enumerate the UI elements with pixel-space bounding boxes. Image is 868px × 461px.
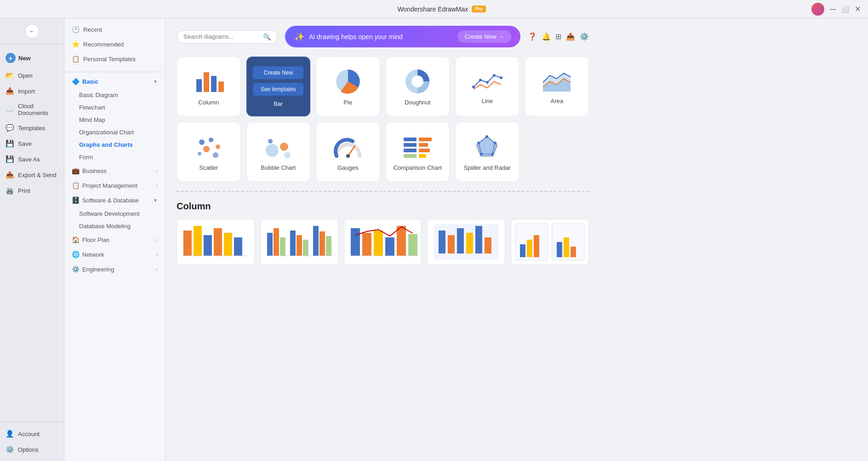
floor-plan-chevron: › <box>156 237 158 242</box>
notification-icon[interactable]: 🔔 <box>542 32 551 41</box>
sidebar-item-open[interactable]: 📂 Open <box>0 68 64 83</box>
category-software[interactable]: 🗄️ Software & Database ▼ <box>64 193 165 207</box>
create-new-button[interactable]: Create New <box>253 66 303 79</box>
ai-banner-button[interactable]: Create Now → <box>457 30 511 43</box>
search-input[interactable] <box>183 33 263 40</box>
chart-card-scatter[interactable]: Scatter <box>177 122 241 182</box>
left-panel-item-recent[interactable]: 🕐 Recent <box>64 22 165 37</box>
software-children: Software Development Database Modeling <box>64 207 165 232</box>
close-button[interactable]: ✕ <box>855 5 861 13</box>
svg-rect-2 <box>211 76 217 92</box>
svg-point-17 <box>199 139 205 145</box>
template-preview-1 <box>177 221 254 263</box>
chart-card-line[interactable]: Line <box>455 57 520 116</box>
category-network[interactable]: 🌐 Network › <box>64 247 165 262</box>
chart-card-bubble[interactable]: Bubble Chart <box>246 122 311 182</box>
sub-org-chart[interactable]: Organizational Chart <box>64 126 165 138</box>
recommended-icon: ⭐ <box>72 40 80 48</box>
scatter-chart-icon <box>193 133 225 161</box>
sub-mind-map[interactable]: Mind Map <box>64 114 165 126</box>
bubble-chart-icon <box>262 133 294 161</box>
template-card-1[interactable] <box>177 219 255 265</box>
sub-form[interactable]: Form <box>64 151 165 163</box>
see-templates-button[interactable]: See templates <box>253 83 303 96</box>
template-card-4[interactable] <box>427 219 505 265</box>
maximize-button[interactable]: ⬜ <box>841 6 849 13</box>
chart-card-column[interactable]: Column <box>177 57 241 116</box>
section-divider <box>177 191 589 192</box>
ai-banner[interactable]: ✨ AI drawing helps open your mind Create… <box>285 26 520 47</box>
category-floor-plan[interactable]: 🏠 Floor Plan › <box>64 232 165 247</box>
search-box[interactable]: 🔍 <box>177 30 278 44</box>
chart-card-pie[interactable]: Pie <box>316 57 380 116</box>
svg-rect-32 <box>419 143 428 147</box>
left-panel-item-recommended[interactable]: ⭐ Recommended <box>64 37 165 52</box>
category-basic[interactable]: 🔷 Basic ▼ <box>64 74 165 89</box>
category-business[interactable]: 💼 Business › <box>64 163 165 178</box>
sub-db-modeling[interactable]: Database Modeling <box>64 220 165 232</box>
chart-card-area[interactable]: Area <box>525 57 589 116</box>
svg-rect-50 <box>204 235 212 256</box>
svg-point-21 <box>198 152 201 156</box>
svg-rect-56 <box>274 228 279 256</box>
sub-graphs-charts[interactable]: Graphs and Charts <box>64 138 165 151</box>
svg-rect-70 <box>408 234 417 256</box>
sidebar-item-account[interactable]: 👤 Account <box>0 426 64 442</box>
svg-point-27 <box>346 154 350 158</box>
svg-point-25 <box>284 152 291 158</box>
svg-rect-78 <box>485 237 491 254</box>
sub-software-dev[interactable]: Software Development <box>64 207 165 220</box>
chart-card-doughnut[interactable]: Doughnut <box>386 57 450 116</box>
category-engineering[interactable]: ⚙️ Engineering › <box>64 262 165 277</box>
svg-rect-53 <box>234 237 242 256</box>
minimize-button[interactable]: ─ <box>830 5 836 13</box>
sidebar-item-import[interactable]: 📥 Import <box>0 83 64 99</box>
options-icon: ⚙️ <box>6 445 14 454</box>
svg-point-20 <box>216 144 220 149</box>
chart-card-gauges[interactable]: Gauges <box>316 122 380 182</box>
options-label: Options <box>18 446 39 453</box>
software-icon: 🗄️ <box>72 196 80 204</box>
window-controls: ─ ⬜ ✕ <box>811 3 861 16</box>
network-label: Network <box>82 251 104 258</box>
back-button[interactable]: ← <box>25 24 40 39</box>
project-chevron: › <box>156 183 158 188</box>
help-icon[interactable]: ❓ <box>528 32 537 41</box>
template-card-2[interactable] <box>260 219 338 265</box>
svg-point-43 <box>485 135 488 138</box>
share-icon[interactable]: 📤 <box>566 32 575 41</box>
template-card-5[interactable] <box>511 219 589 265</box>
svg-rect-58 <box>290 230 296 256</box>
sidebar-item-export[interactable]: 📤 Export & Send <box>0 167 64 183</box>
chart-card-spider[interactable]: Spider and Radar <box>455 122 520 182</box>
account-icon: 👤 <box>6 430 14 438</box>
sub-flowchart[interactable]: Flowchart <box>64 101 165 114</box>
svg-point-47 <box>477 142 480 144</box>
svg-rect-1 <box>204 72 209 92</box>
pie-label: Pie <box>343 99 352 106</box>
ai-banner-text: AI drawing helps open your mind <box>309 33 403 40</box>
svg-rect-65 <box>350 228 360 256</box>
sidebar-item-options[interactable]: ⚙️ Options <box>0 442 64 457</box>
settings-icon[interactable]: ⚙️ <box>580 32 589 41</box>
chart-card-bar[interactable]: Create New See templates Bar <box>246 57 311 116</box>
svg-rect-63 <box>326 236 331 256</box>
svg-rect-84 <box>557 242 562 257</box>
recent-icon: 🕐 <box>72 26 80 33</box>
chart-card-comparison[interactable]: Comparison Chart <box>386 122 450 182</box>
sub-basic-diagram[interactable]: Basic Diagram <box>64 89 165 101</box>
sidebar-item-print[interactable]: 🖨️ Print <box>0 183 64 198</box>
pie-chart-icon <box>334 68 362 95</box>
template-card-3[interactable] <box>344 219 422 265</box>
sidebar-item-templates[interactable]: 💬 Templates <box>0 120 64 136</box>
sidebar-item-save[interactable]: 💾 Save <box>0 136 64 151</box>
grid-icon[interactable]: ⊞ <box>555 32 561 41</box>
sidebar-item-save-as[interactable]: 💾 Save As <box>0 151 64 167</box>
category-project[interactable]: 📋 Project Management › <box>64 178 165 193</box>
left-panel-item-personal[interactable]: 📋 Personal Templates <box>64 52 165 66</box>
basic-chevron: ▼ <box>153 79 158 84</box>
sidebar-item-new[interactable]: + New <box>0 48 64 68</box>
svg-rect-29 <box>404 143 417 147</box>
sidebar-item-cloud[interactable]: ☁️ Cloud Documents <box>0 99 64 120</box>
print-label: Print <box>18 187 30 194</box>
